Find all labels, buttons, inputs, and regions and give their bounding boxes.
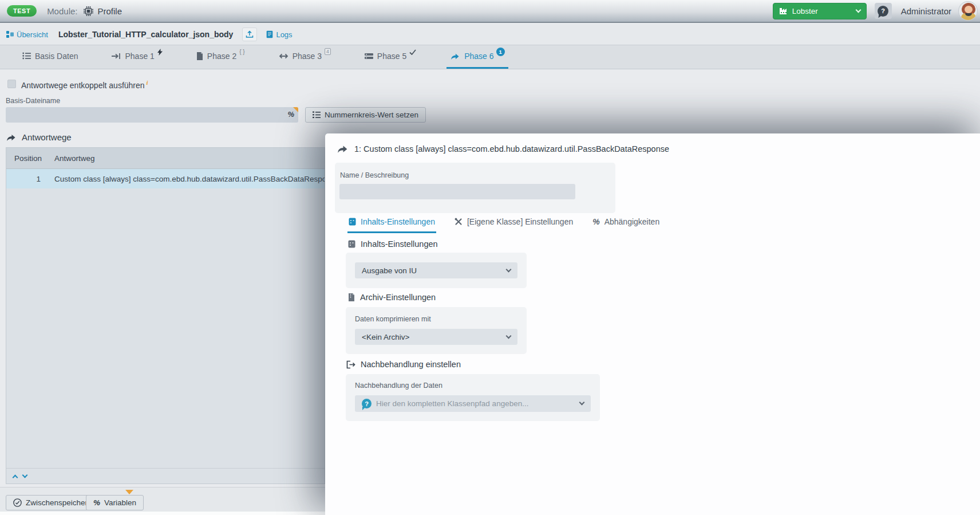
arrows-both-icon — [279, 53, 289, 59]
tab-phase-6[interactable]: Phase 6 1 — [446, 45, 508, 69]
archive-settings-panel: Daten komprimieren mit <Kein Archiv> — [346, 307, 527, 354]
dialog-tab-bar: Inhalts-Einstellungen [Eigene Klasse] Ei… — [347, 214, 678, 233]
classpath-placeholder: Hier den kompletten Klassenpfad angeben.… — [376, 399, 528, 408]
upload-button[interactable] — [242, 27, 257, 41]
antwortwege-table: Position Antwortweg 1 Custom class [alwa… — [6, 147, 325, 484]
column-header-antwortweg: Antwortweg — [54, 154, 95, 163]
dialog-header: 1: Custom class [always] class=com.ebd.h… — [337, 144, 669, 154]
base-filename-input[interactable] — [6, 107, 298, 123]
circle-check-icon — [13, 498, 22, 507]
tab-inhalts-einstellungen[interactable]: Inhalts-Einstellungen — [347, 214, 436, 233]
user-avatar[interactable] — [958, 1, 978, 21]
decoupled-checkbox-label: Antwortwege entkoppelt ausführeni — [21, 79, 148, 90]
overview-link[interactable]: Übersicht — [6, 30, 48, 39]
lightning-icon — [157, 49, 163, 56]
top-bar-right: Lobster ? Administrator — [773, 1, 980, 21]
top-bar: TEST Module: Profile Lobster ? Administr… — [0, 0, 980, 23]
profile-title: Lobster_Tutorial_HTTP_calculator_json_bo… — [58, 30, 233, 39]
module-chip-icon — [84, 6, 93, 16]
column-header-position: Position — [6, 154, 54, 163]
tab-phase-2[interactable]: Phase 2 { } — [193, 45, 248, 69]
row-antwortweg: Custom class [always] class=com.ebd.hub.… — [54, 175, 325, 183]
logs-link[interactable]: Logs — [266, 30, 292, 39]
compress-select[interactable]: <Kein Archiv> — [355, 329, 517, 345]
braces-icon: { } — [239, 49, 244, 55]
archive-file-icon — [348, 293, 355, 301]
user-name: Administrator — [901, 6, 951, 16]
module-name: Profile — [98, 6, 122, 16]
tab-abhaengigkeiten[interactable]: % Abhängigkeiten — [591, 214, 661, 233]
chevron-down-icon — [506, 266, 512, 272]
formula-percent-icon: % — [287, 110, 294, 119]
document-icon — [196, 52, 203, 60]
classpath-combobox[interactable]: ? Hier den kompletten Klassenpfad angebe… — [355, 395, 591, 412]
upload-icon — [246, 30, 254, 38]
posttreatment-heading: Nachbehandlung einstellen — [346, 360, 461, 369]
environment-badge: TEST — [7, 5, 37, 17]
logs-document-icon — [266, 30, 273, 38]
antwortweg-detail-dialog: 1: Custom class [always] class=com.ebd.h… — [325, 133, 980, 515]
base-filename-field-wrap: % — [6, 107, 298, 123]
name-label: Name / Beschreibung — [340, 171, 409, 179]
table-empty-area — [6, 188, 325, 468]
unsaved-marker-icon — [125, 490, 133, 494]
content-file-icon — [348, 240, 355, 248]
table-footer — [6, 468, 325, 483]
content-settings-panel: Ausgabe von IU — [346, 253, 527, 288]
tab-phase-5[interactable]: Phase 5 — [361, 45, 420, 69]
check-icon — [409, 49, 416, 55]
name-panel: Name / Beschreibung — [335, 163, 615, 213]
variables-button[interactable]: % Variablen — [86, 495, 144, 510]
compress-label: Daten komprimieren mit — [355, 315, 431, 323]
chat-bubble-icon: ? — [878, 6, 888, 17]
move-up-icon[interactable] — [13, 474, 18, 480]
tab-basis-daten[interactable]: Basis Daten — [19, 45, 81, 69]
tools-icon — [455, 218, 463, 226]
factory-icon — [779, 7, 788, 15]
numbered-list-icon — [313, 111, 321, 119]
forward-arrow-icon — [337, 144, 349, 154]
overview-icon — [6, 31, 14, 38]
content-settings-heading: Inhalts-Einstellungen — [348, 239, 438, 249]
tab-phase-3[interactable]: Phase 3 4 — [275, 45, 334, 69]
decoupled-checkbox-row: Antwortwege entkoppelt ausführeni — [7, 79, 148, 90]
count-box-icon: 4 — [325, 48, 331, 55]
output-select[interactable]: Ausgabe von IU — [355, 262, 517, 278]
help-bubble-icon: ? — [362, 399, 372, 408]
stacked-bars-icon — [365, 53, 373, 60]
workspace-dropdown-button[interactable]: Lobster — [773, 3, 867, 19]
row-position: 1 — [6, 175, 54, 183]
lobster-profile-page: TEST Module: Profile Lobster ? Administr… — [0, 0, 980, 515]
chevron-down-icon — [855, 7, 861, 13]
forward-arrow-icon — [450, 52, 460, 60]
chevron-down-icon — [506, 333, 512, 339]
info-icon: i — [147, 79, 148, 86]
dialog-title: 1: Custom class [always] class=com.ebd.h… — [354, 144, 669, 154]
table-row[interactable]: 1 Custom class [always] class=com.ebd.hu… — [6, 169, 325, 188]
decoupled-checkbox[interactable] — [7, 80, 16, 88]
table-header-row: Position Antwortweg — [6, 148, 325, 169]
archive-settings-heading: Archiv-Einstellungen — [348, 293, 436, 302]
posttreatment-data-label: Nachbehandlung der Daten — [355, 382, 442, 390]
phase-tab-bar: Basis Daten Phase 1 Phase 2 { } Phase 3 … — [0, 45, 980, 69]
posttreatment-panel: Nachbehandlung der Daten ? Hier den komp… — [346, 374, 600, 421]
numberrange-button[interactable]: Nummernkreis-Wert setzen — [305, 107, 426, 123]
breadcrumb-bar: Übersicht Lobster_Tutorial_HTTP_calculat… — [0, 24, 980, 45]
antwortwege-section-heading: Antwortwege — [6, 132, 72, 142]
percent-icon: % — [592, 217, 599, 226]
name-input[interactable] — [339, 184, 575, 199]
base-filename-label: Basis-Dateiname — [6, 97, 60, 105]
exit-arrow-icon — [346, 360, 355, 369]
phase6-count-badge: 1 — [496, 48, 505, 56]
chat-help-button[interactable]: ? — [875, 3, 892, 19]
module-label: Module: — [47, 6, 77, 16]
bullet-list-icon — [22, 52, 31, 60]
tab-phase-1[interactable]: Phase 1 — [108, 45, 165, 69]
workspace-name: Lobster — [792, 7, 818, 15]
tab-eigene-klasse-einstellungen[interactable]: [Eigene Klasse] Einstellungen — [453, 214, 574, 233]
chevron-down-icon — [579, 400, 585, 406]
move-down-icon[interactable] — [22, 472, 28, 478]
content-file-icon — [349, 218, 356, 226]
forward-arrow-icon — [6, 133, 17, 141]
percent-icon: % — [93, 498, 100, 507]
